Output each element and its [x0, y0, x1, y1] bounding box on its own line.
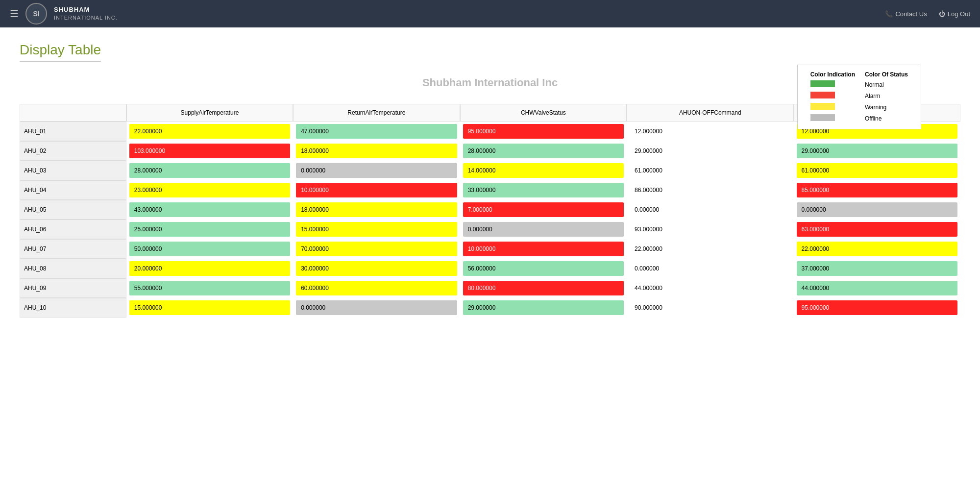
table-cell-r3-c0: 23.000000: [126, 180, 293, 200]
table-cell-r9-c0: 15.000000: [126, 298, 293, 318]
table-cell-r2-c3: 61.000000: [627, 161, 793, 180]
legend-warning-label: Warning: [860, 101, 913, 113]
table-cell-r5-c0: 25.000000: [126, 220, 293, 239]
table-cell-r7-c3: 0.000000: [627, 259, 793, 278]
table-cell-r4-c2: 7.000000: [460, 200, 627, 220]
table-cell-r9-c3: 90.000000: [627, 298, 793, 318]
app-header: ☰ SI Shubham International Inc. 📞 Contac…: [0, 0, 980, 27]
table-cell-r7-c2: 56.000000: [460, 259, 627, 278]
table-cell-r6-c2: 10.000000: [460, 239, 627, 259]
contact-us-button[interactable]: 📞 Contact Us: [885, 10, 927, 18]
table-cell-r3-c4: 85.000000: [794, 180, 960, 200]
legend-box: Color Indication Color Of Status Normal …: [797, 65, 921, 129]
table-cell-r1-c3: 29.000000: [627, 141, 793, 161]
table-cell-r1-c0: 103.000000: [126, 141, 293, 161]
table-cell-r3-c2: 33.000000: [460, 180, 627, 200]
row-label-ahu_02: AHU_02: [20, 141, 126, 161]
table-cell-r0-c1: 47.000000: [293, 122, 460, 141]
table-cell-r3-c1: 10.000000: [293, 180, 460, 200]
legend-alarm-label: Alarm: [860, 90, 913, 101]
page-title: Display Table: [20, 42, 101, 62]
legend-warning-swatch: [810, 103, 835, 110]
row-label-ahu_04: AHU_04: [20, 180, 126, 200]
table-cell-r7-c0: 20.000000: [126, 259, 293, 278]
company-line2: International Inc.: [54, 14, 118, 21]
row-label-ahu_06: AHU_06: [20, 220, 126, 239]
table-cell-r4-c0: 43.000000: [126, 200, 293, 220]
row-label-ahu_10: AHU_10: [20, 298, 126, 318]
power-icon: ⏻: [939, 10, 945, 18]
table-cell-r1-c4: 29.000000: [794, 141, 960, 161]
table-cell-r0-c2: 95.000000: [460, 122, 627, 141]
table-scroll-container[interactable]: SupplyAirTemperature ReturnAirTemperatur…: [20, 104, 960, 318]
table-cell-r6-c3: 22.000000: [627, 239, 793, 259]
table-cell-r2-c0: 28.000000: [126, 161, 293, 180]
table-cell-r1-c1: 18.000000: [293, 141, 460, 161]
table-cell-r5-c4: 63.000000: [794, 220, 960, 239]
company-name: Shubham International Inc.: [54, 6, 118, 21]
table-cell-r3-c3: 86.000000: [627, 180, 793, 200]
col-header-ahu-command: AHUON-OFFCommand: [627, 104, 793, 122]
table-cell-r2-c1: 0.000000: [293, 161, 460, 180]
display-table: SupplyAirTemperature ReturnAirTemperatur…: [20, 104, 960, 318]
header-left: ☰ SI Shubham International Inc.: [10, 3, 118, 24]
table-cell-r1-c2: 28.000000: [460, 141, 627, 161]
table-cell-r2-c4: 61.000000: [794, 161, 960, 180]
table-cell-r9-c4: 95.000000: [794, 298, 960, 318]
row-label-ahu_09: AHU_09: [20, 278, 126, 298]
col-header-empty: [20, 104, 126, 122]
legend-normal-label: Normal: [860, 79, 913, 90]
table-cell-r0-c3: 12.000000: [627, 122, 793, 141]
header-right: 📞 Contact Us ⏻ Log Out: [885, 10, 970, 18]
row-label-ahu_08: AHU_08: [20, 259, 126, 278]
main-content: Display Table Color Indication Color Of …: [0, 27, 980, 490]
logo: SI: [25, 3, 47, 24]
table-cell-r4-c4: 0.000000: [794, 200, 960, 220]
legend-normal-swatch: [810, 80, 835, 87]
table-cell-r5-c3: 93.000000: [627, 220, 793, 239]
table-cell-r4-c1: 18.000000: [293, 200, 460, 220]
table-cell-r9-c2: 29.000000: [460, 298, 627, 318]
table-cell-r7-c1: 30.000000: [293, 259, 460, 278]
col-header-return-air: ReturnAirTemperature: [293, 104, 460, 122]
table-cell-r8-c4: 44.000000: [794, 278, 960, 298]
table-cell-r2-c2: 14.000000: [460, 161, 627, 180]
phone-icon: 📞: [885, 10, 893, 18]
legend-offline-label: Offline: [860, 113, 913, 124]
col-header-chw-valve: CHWValveStatus: [460, 104, 627, 122]
col-header-supply-air: SupplyAirTemperature: [126, 104, 293, 122]
table-cell-r8-c2: 80.000000: [460, 278, 627, 298]
logout-button[interactable]: ⏻ Log Out: [939, 10, 970, 18]
row-label-ahu_01: AHU_01: [20, 122, 126, 141]
table-cell-r8-c1: 60.000000: [293, 278, 460, 298]
legend-status-header: Color Of Status: [860, 70, 913, 79]
table-cell-r8-c0: 55.000000: [126, 278, 293, 298]
table-cell-r7-c4: 37.000000: [794, 259, 960, 278]
row-label-ahu_03: AHU_03: [20, 161, 126, 180]
table-cell-r6-c1: 70.000000: [293, 239, 460, 259]
company-line1: Shubham: [54, 6, 118, 14]
table-cell-r4-c3: 0.000000: [627, 200, 793, 220]
table-cell-r5-c1: 15.000000: [293, 220, 460, 239]
legend-offline-swatch: [810, 114, 835, 121]
row-label-ahu_05: AHU_05: [20, 200, 126, 220]
table-cell-r9-c1: 0.000000: [293, 298, 460, 318]
menu-icon[interactable]: ☰: [10, 8, 19, 20]
table-cell-r6-c4: 22.000000: [794, 239, 960, 259]
table-cell-r8-c3: 44.000000: [627, 278, 793, 298]
table-cell-r0-c0: 22.000000: [126, 122, 293, 141]
row-label-ahu_07: AHU_07: [20, 239, 126, 259]
table-cell-r6-c0: 50.000000: [126, 239, 293, 259]
table-cell-r5-c2: 0.000000: [460, 220, 627, 239]
legend-indication-header: Color Indication: [806, 70, 860, 79]
legend-alarm-swatch: [810, 92, 835, 98]
logo-text: SI: [33, 10, 39, 18]
